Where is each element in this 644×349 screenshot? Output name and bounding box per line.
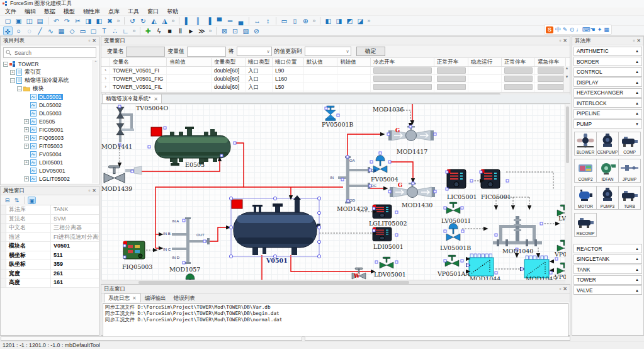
tree-item-索引页[interactable]: +索引页 bbox=[1, 68, 98, 76]
column-header-初始值[interactable]: 初始值 bbox=[337, 58, 371, 66]
palette-section-BORDER[interactable]: BORDER▲ bbox=[573, 57, 642, 66]
column-header-稳态运行[interactable]: 稳态运行 bbox=[468, 58, 502, 66]
palette-item-COMP2[interactable]: COMP2 bbox=[574, 159, 597, 183]
tab-close-icon[interactable]: ✕ bbox=[132, 295, 137, 301]
close-panel-icon[interactable]: ✕ bbox=[636, 38, 641, 43]
align-bottom-icon[interactable]: ▄ bbox=[236, 16, 246, 25]
circle-tool-icon[interactable]: ○ bbox=[14, 26, 23, 35]
align-left-icon[interactable]: ▌ bbox=[183, 16, 192, 25]
column-header-端口类型[interactable]: 端口类型 bbox=[246, 58, 273, 66]
tree-item-FIC05001[interactable]: +FIC05001 bbox=[1, 125, 98, 134]
palette-item-JPUMP[interactable]: JPUMP bbox=[618, 159, 641, 183]
tree-item-FIT05003[interactable]: +FIT05003 bbox=[1, 142, 98, 150]
rounded-rect-tool-icon[interactable]: ▢ bbox=[89, 26, 98, 35]
overflow-icon[interactable]: » bbox=[116, 16, 121, 25]
save-all-icon[interactable]: ◫ bbox=[25, 16, 34, 25]
target-select[interactable]: ∨ bbox=[305, 47, 351, 56]
equipment-mod1441[interactable] bbox=[116, 106, 134, 142]
copy-icon[interactable]: ◨ bbox=[84, 16, 93, 25]
align-middle-icon[interactable]: ═ bbox=[225, 16, 235, 25]
log-tab-系统日志[interactable]: 系统日志✕ bbox=[104, 294, 141, 302]
palette-section-VALVE[interactable]: VALVE▲ bbox=[573, 285, 642, 295]
canvas-area[interactable]: TV05004OMOD1441E0505MOD1439PV05001BMOD10… bbox=[101, 104, 570, 280]
zoom-actual-icon[interactable]: ⊡ bbox=[230, 26, 240, 35]
print-icon[interactable]: ▤ bbox=[35, 16, 45, 25]
stop-icon[interactable]: ■ bbox=[165, 26, 174, 35]
float-panel-icon[interactable]: ▫ bbox=[88, 188, 90, 193]
cell-button[interactable] bbox=[538, 67, 563, 74]
sogou-status-icon[interactable]: ⊙ bbox=[568, 26, 575, 33]
tree-item-精馏塔顶冷凝系统[interactable]: –精馏塔顶冷凝系统 bbox=[1, 76, 98, 84]
ungroup-icon[interactable]: ◨ bbox=[334, 16, 344, 25]
column-header-端口位置[interactable]: 端口位置 bbox=[273, 58, 304, 66]
chevron-up-icon[interactable]: ▲ bbox=[635, 49, 639, 53]
tree-scrollbar[interactable]: ⌃ bbox=[93, 60, 98, 183]
property-row-描述[interactable]: 描述FI进料流速对分离效果的影 bbox=[1, 233, 99, 243]
float-panel-icon[interactable]: ▫ bbox=[88, 38, 90, 43]
palette-section-ARITHMETIC[interactable]: ARITHMETIC▲ bbox=[573, 47, 642, 56]
cell-button[interactable] bbox=[373, 67, 432, 74]
chevron-up-icon[interactable]: ▲ bbox=[635, 101, 639, 105]
close-panel-icon[interactable]: ✕ bbox=[563, 38, 567, 43]
chevron-up-icon[interactable]: ▲ bbox=[635, 112, 639, 115]
tree-item-DL05001[interactable]: DL05001 bbox=[1, 93, 98, 101]
zoom-off-icon[interactable]: ⊘ bbox=[252, 26, 261, 35]
overflow-icon[interactable]: » bbox=[132, 26, 137, 35]
tree-expander-icon[interactable]: + bbox=[10, 70, 15, 75]
sogou-toolbox-icon[interactable]: ✦ bbox=[596, 26, 603, 33]
property-box-icon[interactable]: ▣ bbox=[28, 197, 36, 204]
var-name-input[interactable] bbox=[126, 47, 165, 57]
palette-section-REACTOR[interactable]: REACTOR▲ bbox=[573, 244, 642, 253]
tree-expander-icon[interactable]: + bbox=[24, 127, 29, 132]
row-expander-icon[interactable]: › bbox=[101, 75, 110, 83]
add-run-icon[interactable]: ✚ bbox=[144, 26, 153, 35]
tree-item-LDI05001[interactable]: +LDI05001 bbox=[1, 158, 98, 166]
cell-button[interactable] bbox=[504, 76, 533, 82]
palette-section-SINGLETANK[interactable]: SINGLETANK▲ bbox=[573, 255, 642, 264]
cut-icon[interactable]: ✂ bbox=[73, 16, 82, 25]
paste-icon[interactable]: ◧ bbox=[94, 16, 104, 25]
property-row-纵坐标[interactable]: 纵坐标359 bbox=[1, 260, 99, 270]
palette-section-TOWER[interactable]: TOWER▲ bbox=[573, 275, 642, 285]
confirm-button[interactable]: 确定 bbox=[356, 47, 385, 56]
property-row-算法库[interactable]: 算法库TANK bbox=[1, 205, 99, 215]
rotate-left-icon[interactable]: ↺ bbox=[128, 16, 137, 25]
row-expander-icon[interactable]: › bbox=[101, 67, 110, 74]
column-header-正常开车[interactable]: 正常开车 bbox=[434, 58, 468, 66]
sogou-logo-icon[interactable]: S bbox=[546, 26, 553, 33]
float-panel-icon[interactable]: ▫ bbox=[633, 38, 635, 43]
polyline-tool-icon[interactable]: ∴ bbox=[110, 26, 120, 35]
property-row-高度[interactable]: 高度161 bbox=[1, 278, 99, 288]
canvas-tab[interactable]: 精馏塔顶冷凝系统* ✕ bbox=[102, 94, 162, 103]
flip-horizontal-icon[interactable]: ◭ bbox=[149, 16, 159, 25]
same-width-icon[interactable]: ▭ bbox=[280, 16, 289, 25]
flowsheet-canvas[interactable]: TV05004OMOD1441E0505MOD1439PV05001BMOD10… bbox=[101, 104, 566, 280]
search-input[interactable] bbox=[13, 49, 94, 57]
variable-row-TOWER_V0501_FIL[interactable]: ›TOWER_V0501_FILdouble[60]入口L50 bbox=[101, 83, 570, 91]
palette-section-PUMP[interactable]: PUMP▼ bbox=[573, 119, 642, 129]
palette-section-DISPLAY[interactable]: DISPLAY▲ bbox=[573, 77, 642, 87]
column-header-变量名[interactable]: 变量名 bbox=[110, 58, 167, 66]
polygon-tool-icon[interactable]: ◇ bbox=[67, 26, 77, 35]
chevron-up-icon[interactable]: ▲ bbox=[635, 70, 639, 74]
equipment-mod1439[interactable] bbox=[104, 166, 142, 183]
tree-expander-icon[interactable]: – bbox=[3, 62, 8, 67]
equipment-ldv05001[interactable] bbox=[380, 257, 393, 268]
chevron-up-icon[interactable]: ▲ bbox=[635, 247, 639, 251]
palette-item-CENPUMP[interactable]: CENPUMP bbox=[596, 132, 619, 156]
palette-section-TANK[interactable]: TANK▲ bbox=[573, 265, 642, 274]
tree-item-DL05002[interactable]: DL05002 bbox=[1, 101, 98, 109]
zoom-fit-icon[interactable]: ⊠ bbox=[220, 26, 229, 35]
equipment-bottom-valve[interactable] bbox=[183, 274, 197, 280]
pan-tool-icon[interactable]: ✜ bbox=[3, 26, 13, 35]
equipment-mod1044[interactable] bbox=[469, 254, 494, 276]
sogou-mode-chinese-icon[interactable]: 中 bbox=[555, 26, 562, 34]
palette-section-INTERLOCK[interactable]: INTERLOCK▲ bbox=[573, 98, 642, 108]
chevron-up-icon[interactable]: ▲ bbox=[635, 289, 639, 292]
pause-icon[interactable]: Ⅱ bbox=[176, 26, 185, 35]
equipment-lv05001i[interactable] bbox=[446, 202, 460, 214]
float-panel-icon[interactable]: ▫ bbox=[559, 286, 561, 292]
flip-vertical-icon[interactable]: ◮ bbox=[160, 16, 169, 25]
var-value-input[interactable] bbox=[187, 47, 226, 57]
palette-item-COMP[interactable]: COMP bbox=[618, 132, 641, 156]
